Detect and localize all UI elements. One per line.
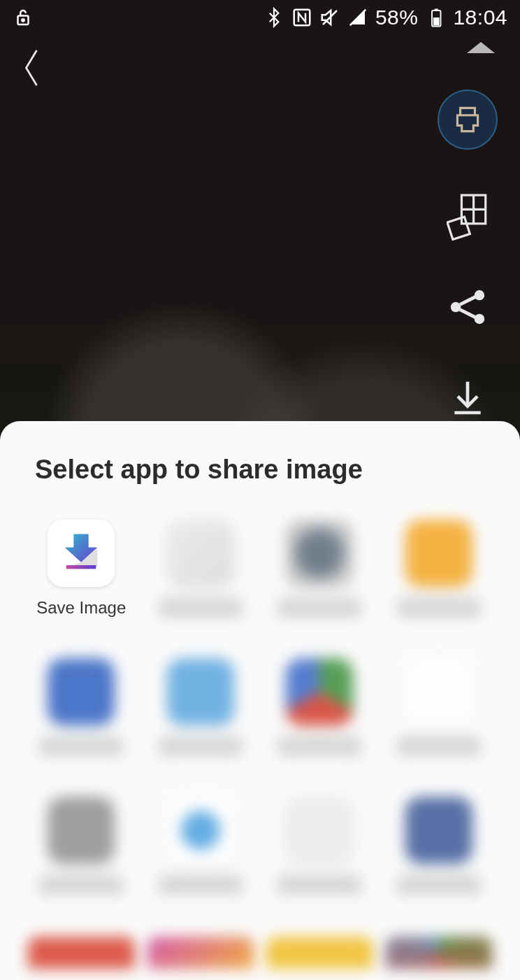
share-app-blur[interactable] bbox=[266, 658, 373, 756]
share-app-blur[interactable] bbox=[28, 797, 135, 895]
share-sheet: Select app to share image bbox=[0, 421, 520, 980]
battery-percent: 58% bbox=[375, 6, 419, 29]
share-app-blur[interactable] bbox=[147, 937, 254, 969]
svg-rect-22 bbox=[66, 565, 96, 569]
svg-line-17 bbox=[460, 310, 475, 318]
app-icon bbox=[48, 797, 115, 864]
download-arrow-icon bbox=[48, 520, 115, 587]
svg-point-14 bbox=[451, 302, 461, 313]
no-sim-icon bbox=[347, 7, 368, 28]
share-app-blur[interactable] bbox=[386, 797, 493, 895]
svg-rect-7 bbox=[433, 17, 440, 25]
share-app-blur[interactable] bbox=[28, 658, 135, 756]
app-icon bbox=[48, 658, 115, 725]
share-app-blur[interactable] bbox=[147, 520, 254, 618]
share-app-blur[interactable] bbox=[266, 797, 373, 895]
app-icon bbox=[167, 520, 234, 587]
share-app-blur[interactable] bbox=[266, 937, 373, 969]
share-sheet-title: Select app to share image bbox=[28, 455, 492, 485]
collage-button[interactable] bbox=[443, 192, 492, 241]
mute-icon bbox=[319, 7, 340, 28]
share-grid: Save Image bbox=[28, 520, 492, 895]
svg-rect-12 bbox=[447, 217, 470, 239]
svg-line-16 bbox=[460, 297, 475, 305]
share-app-blur[interactable] bbox=[266, 520, 373, 618]
svg-marker-8 bbox=[467, 42, 495, 53]
back-button[interactable] bbox=[14, 43, 49, 92]
app-icon bbox=[286, 658, 353, 725]
app-icon bbox=[405, 520, 472, 587]
share-app-blur[interactable] bbox=[147, 797, 254, 895]
share-app-save-image[interactable]: Save Image bbox=[28, 520, 135, 618]
svg-point-15 bbox=[475, 314, 485, 325]
download-button[interactable] bbox=[443, 374, 492, 422]
share-app-blur[interactable] bbox=[386, 937, 493, 969]
print-button[interactable] bbox=[438, 90, 498, 150]
share-grid-peek bbox=[28, 937, 492, 969]
collapse-caret-icon[interactable] bbox=[465, 39, 496, 55]
app-icon bbox=[405, 797, 472, 864]
share-button[interactable] bbox=[443, 283, 492, 332]
share-app-label: Save Image bbox=[36, 598, 126, 618]
app-icon bbox=[286, 797, 353, 864]
bluetooth-icon bbox=[263, 7, 284, 28]
battery-icon bbox=[425, 7, 446, 28]
svg-point-13 bbox=[475, 290, 485, 301]
app-icon bbox=[286, 520, 353, 587]
viewer-rail bbox=[436, 90, 499, 422]
app-icon bbox=[167, 658, 234, 725]
status-bar: 58% 18:04 bbox=[0, 0, 520, 35]
clock: 18:04 bbox=[453, 6, 507, 29]
share-app-blur[interactable] bbox=[386, 658, 493, 756]
share-app-blur[interactable] bbox=[147, 658, 254, 756]
lock-icon bbox=[13, 7, 34, 28]
share-app-blur[interactable] bbox=[386, 520, 493, 618]
app-icon bbox=[405, 658, 472, 725]
svg-rect-6 bbox=[435, 9, 438, 11]
svg-point-1 bbox=[22, 19, 24, 21]
nfc-icon bbox=[291, 7, 312, 28]
share-app-blur[interactable] bbox=[28, 937, 135, 969]
app-icon bbox=[167, 797, 234, 864]
